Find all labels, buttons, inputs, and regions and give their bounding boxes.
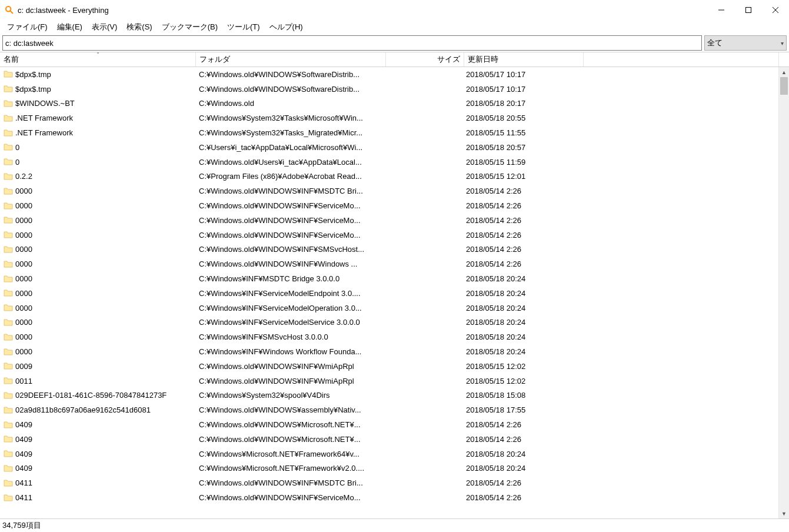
title-bar: c: dc:lastweek - Everything: [0, 0, 789, 20]
menu-bar: ファイル(F) 編集(E) 表示(V) 検索(S) ブックマーク(B) ツール(…: [0, 20, 789, 34]
file-folder: C:¥Windows.old¥WINDOWS¥Microsoft.NET¥...: [195, 420, 385, 429]
folder-icon: [4, 303, 13, 312]
table-row[interactable]: 0409C:¥Windows.old¥WINDOWS¥Microsoft.NET…: [0, 432, 778, 447]
file-name: 0011: [15, 377, 32, 385]
file-date: 2018/05/18 20:24: [462, 304, 581, 312]
folder-icon: [4, 69, 13, 79]
menu-tools[interactable]: ツール(T): [222, 21, 265, 34]
results-list[interactable]: $dpx$.tmpC:¥Windows.old¥WINDOWS¥Software…: [0, 67, 778, 518]
menu-help[interactable]: ヘルプ(H): [265, 21, 308, 34]
menu-view[interactable]: 表示(V): [87, 21, 122, 34]
table-row[interactable]: 029DEEF1-0181-461C-8596-70847841273FC:¥W…: [0, 388, 778, 403]
menu-bookmark[interactable]: ブックマーク(B): [157, 21, 222, 34]
table-row[interactable]: 0009C:¥Windows.old¥WINDOWS¥INF¥WmiApRpl2…: [0, 359, 778, 374]
table-row[interactable]: 0000C:¥Windows¥INF¥SMSvcHost 3.0.0.02018…: [0, 330, 778, 344]
table-row[interactable]: 0C:¥Windows.old¥Users¥i_tac¥AppData¥Loca…: [0, 155, 778, 169]
table-row[interactable]: .NET FrameworkC:¥Windows¥System32¥Tasks_…: [0, 125, 778, 140]
file-name: 0000: [15, 318, 32, 327]
folder-icon: [4, 464, 13, 473]
table-row[interactable]: .NET FrameworkC:¥Windows¥System32¥Tasks¥…: [0, 111, 778, 125]
file-name: 0000: [15, 274, 32, 283]
file-name: 0009: [15, 362, 32, 371]
table-row[interactable]: 0000C:¥Windows.old¥WINDOWS¥INF¥MSDTC Bri…: [0, 184, 778, 198]
menu-search[interactable]: 検索(S): [122, 21, 157, 34]
table-row[interactable]: $WINDOWS.~BTC:¥Windows.old2018/05/18 20:…: [0, 97, 778, 111]
folder-icon: [4, 84, 13, 94]
table-row[interactable]: 02a9d811b8c697a06ae9162c541d6081C:¥Windo…: [0, 403, 778, 417]
file-folder: C:¥Windows¥INF¥ServiceModelOperation 3.0…: [195, 304, 385, 312]
folder-icon: [4, 361, 13, 371]
file-date: 2018/05/17 10:17: [462, 70, 581, 79]
file-date: 2018/05/14 2:26: [462, 216, 581, 225]
file-date: 2018/05/14 2:26: [462, 201, 581, 210]
file-name: 0000: [15, 347, 32, 356]
filter-select[interactable]: 全て ▾: [704, 35, 787, 51]
scroll-down-arrow-icon[interactable]: ▼: [779, 508, 789, 518]
table-row[interactable]: 0000C:¥Windows.old¥WINDOWS¥INF¥ServiceMo…: [0, 228, 778, 242]
folder-icon: [4, 114, 13, 123]
table-row[interactable]: 0000C:¥Windows.old¥WINDOWS¥INF¥Windows .…: [0, 257, 778, 271]
menu-edit[interactable]: 編集(E): [52, 21, 87, 34]
file-date: 2018/05/14 2:26: [462, 435, 581, 444]
folder-icon: [4, 187, 13, 196]
filter-selected-label: 全て: [707, 38, 723, 48]
file-date: 2018/05/14 2:26: [462, 231, 581, 240]
column-header-date[interactable]: 更新日時: [464, 52, 584, 66]
minimize-button[interactable]: [708, 1, 735, 19]
file-name: 0000: [15, 260, 32, 268]
file-name: 0409: [15, 420, 32, 429]
table-row[interactable]: 0409C:¥Windows.old¥WINDOWS¥Microsoft.NET…: [0, 417, 778, 432]
column-header-size[interactable]: サイズ: [386, 52, 464, 66]
table-row[interactable]: 0C:¥Users¥i_tac¥AppData¥Local¥Microsoft¥…: [0, 140, 778, 155]
file-date: 2018/05/18 17:55: [462, 405, 581, 414]
file-name: 0000: [15, 201, 32, 210]
folder-icon: [4, 215, 13, 225]
file-name: 0000: [15, 332, 32, 341]
table-row[interactable]: 0.2.2C:¥Program Files (x86)¥Adobe¥Acroba…: [0, 169, 778, 184]
table-row[interactable]: 0000C:¥Windows¥INF¥ServiceModelService 3…: [0, 315, 778, 330]
file-date: 2018/05/18 15:08: [462, 391, 581, 400]
folder-icon: [4, 318, 13, 327]
vertical-scrollbar[interactable]: ▲ ▼: [778, 67, 789, 518]
close-button[interactable]: [762, 1, 789, 19]
file-date: 2018/05/18 20:24: [462, 347, 581, 356]
folder-icon: [4, 376, 13, 385]
scroll-up-arrow-icon[interactable]: ▲: [779, 67, 789, 77]
column-header-name[interactable]: 名前 ˄: [0, 52, 196, 66]
table-row[interactable]: $dpx$.tmpC:¥Windows.old¥WINDOWS¥Software…: [0, 67, 778, 82]
file-folder: C:¥Windows.old¥WINDOWS¥INF¥MSDTC Bri...: [195, 187, 385, 195]
file-name: 0000: [15, 245, 32, 254]
search-input[interactable]: [2, 35, 702, 51]
file-name: $dpx$.tmp: [15, 70, 51, 79]
file-folder: C:¥Windows¥INF¥MSDTC Bridge 3.0.0.0: [195, 274, 385, 283]
folder-icon: [4, 230, 13, 240]
table-row[interactable]: 0409C:¥Windows¥Microsoft.NET¥Framework64…: [0, 447, 778, 461]
folder-icon: [4, 245, 13, 254]
status-bar: 34,759項目: [0, 518, 789, 532]
table-row[interactable]: 0000C:¥Windows.old¥WINDOWS¥INF¥ServiceMo…: [0, 213, 778, 228]
file-folder: C:¥Users¥i_tac¥AppData¥Local¥Microsoft¥W…: [195, 143, 385, 152]
app-window: c: dc:lastweek - Everything ファイル(F) 編集(E…: [0, 0, 789, 532]
scroll-thumb[interactable]: [780, 77, 788, 95]
column-header-folder[interactable]: フォルダ: [196, 52, 386, 66]
maximize-button[interactable]: [735, 1, 762, 19]
file-folder: C:¥Windows.old¥WINDOWS¥INF¥ServiceMo...: [195, 231, 385, 240]
table-row[interactable]: 0000C:¥Windows.old¥WINDOWS¥INF¥ServiceMo…: [0, 198, 778, 213]
table-row[interactable]: $dpx$.tmpC:¥Windows.old¥WINDOWS¥Software…: [0, 82, 778, 97]
table-row[interactable]: 0000C:¥Windows¥INF¥ServiceModelOperation…: [0, 301, 778, 315]
table-row[interactable]: 0000C:¥Windows.old¥WINDOWS¥INF¥SMSvcHost…: [0, 242, 778, 257]
file-date: 2018/05/14 2:26: [462, 420, 581, 429]
file-date: 2018/05/17 10:17: [462, 85, 581, 94]
table-row[interactable]: 0011C:¥Windows.old¥WINDOWS¥INF¥WmiApRpl2…: [0, 374, 778, 388]
table-row[interactable]: 0411C:¥Windows.old¥WINDOWS¥INF¥ServiceMo…: [0, 490, 778, 505]
file-date: 2018/05/15 11:55: [462, 128, 581, 137]
folder-icon: [4, 142, 13, 152]
file-name: 0000: [15, 187, 32, 195]
menu-file[interactable]: ファイル(F): [2, 21, 52, 34]
table-row[interactable]: 0411C:¥Windows.old¥WINDOWS¥INF¥MSDTC Bri…: [0, 476, 778, 490]
table-row[interactable]: 0000C:¥Windows¥INF¥MSDTC Bridge 3.0.0.02…: [0, 271, 778, 286]
table-row[interactable]: 0000C:¥Windows¥INF¥Windows Workflow Foun…: [0, 344, 778, 359]
file-folder: C:¥Windows¥System32¥Tasks¥Microsoft¥Win.…: [195, 114, 385, 122]
table-row[interactable]: 0409C:¥Windows¥Microsoft.NET¥Framework¥v…: [0, 461, 778, 476]
table-row[interactable]: 0000C:¥Windows¥INF¥ServiceModelEndpoint …: [0, 286, 778, 301]
